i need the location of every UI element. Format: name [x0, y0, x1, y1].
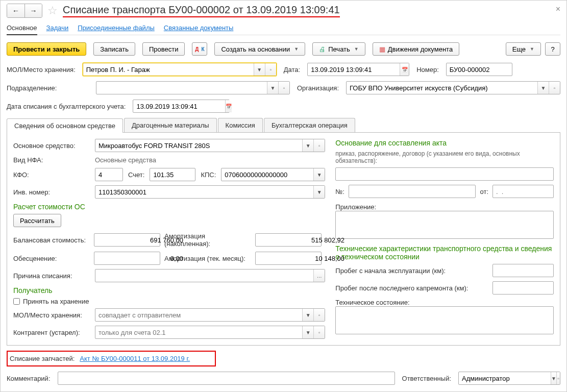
open-icon[interactable]: ▫ — [313, 309, 325, 321]
help-button[interactable]: ? — [545, 42, 560, 56]
mileage-start-input[interactable] — [493, 264, 567, 277]
dropdown-icon[interactable]: ▼ — [267, 82, 278, 94]
nfa-type-value: Основные средства — [95, 156, 325, 164]
balance-label: Балансовая стоимость: — [13, 236, 90, 244]
attach-textarea[interactable] — [335, 211, 554, 239]
dropdown-icon[interactable]: ▼ — [302, 326, 313, 338]
org-label: Организация: — [297, 84, 339, 92]
org-input[interactable] — [347, 82, 537, 94]
calculate-button[interactable]: Рассчитать — [13, 214, 61, 227]
reason-label: Причина списания: — [13, 272, 95, 280]
division-label: Подразделение: — [7, 84, 89, 92]
post-and-close-button[interactable]: Провести и закрыть — [7, 42, 86, 56]
balance-input[interactable] — [94, 234, 186, 246]
tech-state-textarea[interactable] — [335, 306, 554, 334]
depr-accum-input[interactable] — [256, 234, 348, 246]
tech-section-title: Технические характеристики транспортного… — [335, 244, 554, 261]
mol-input[interactable] — [83, 63, 254, 76]
counterparty-label: Контрагент (устарел): — [13, 329, 95, 336]
basis-number-input[interactable] — [349, 185, 476, 198]
dropdown-icon[interactable]: ▼ — [551, 372, 556, 384]
dropdown-icon[interactable]: ▼ — [302, 309, 313, 321]
basis-hint: приказ, распоряжение, договор (с указани… — [335, 150, 554, 164]
date-input[interactable] — [308, 63, 400, 76]
tab-files[interactable]: Присоединенные файлы — [78, 22, 155, 34]
post-button[interactable]: Провести — [142, 42, 185, 56]
fixed-asset-label: Основное средство: — [13, 142, 95, 150]
mileage-repair-label: Пробег после последнего капремонта (км): — [335, 284, 487, 292]
nav-back-button[interactable]: ← — [7, 4, 24, 17]
impair-input[interactable] — [94, 252, 186, 264]
chevron-down-icon: ▼ — [294, 46, 299, 52]
nav-forward-button[interactable]: → — [24, 4, 42, 17]
basis-date-input[interactable] — [493, 185, 567, 198]
window-title: Списание транспорта БУ00-000002 от 13.09… — [63, 4, 340, 17]
calendar-icon[interactable]: 📅 — [400, 63, 409, 76]
mol-storage-label: МОЛ/Место хранения: — [13, 311, 95, 319]
comment-input[interactable] — [58, 372, 395, 384]
table-icon: ▦ — [379, 45, 385, 53]
printer-icon: 🖨 — [319, 45, 326, 53]
writeoff-date-input[interactable] — [133, 100, 225, 112]
responsible-label: Ответственный: — [402, 375, 451, 382]
more-button[interactable]: Еще▼ — [506, 42, 541, 56]
parts-act-link[interactable]: Акт № БУ00-000011 от 13.09.2019 г. — [80, 355, 190, 362]
subtab-precious[interactable]: Драгоценные материалы — [124, 118, 217, 132]
reason-input[interactable] — [95, 270, 313, 282]
debit-credit-button[interactable]: ДК — [192, 42, 207, 56]
chevron-down-icon: ▼ — [530, 46, 534, 52]
from-label: от: — [480, 188, 488, 195]
dropdown-icon[interactable]: ▼ — [254, 63, 265, 76]
counterparty-input[interactable] — [95, 326, 302, 338]
mileage-repair-input[interactable] — [493, 282, 567, 294]
open-icon[interactable]: ▫ — [556, 372, 560, 384]
create-based-button[interactable]: Создать на основании▼ — [214, 42, 305, 56]
inv-input[interactable] — [95, 186, 313, 198]
basis-section-title: Основание для составления акта — [335, 139, 554, 147]
open-icon[interactable]: ▫ — [549, 82, 560, 94]
favorite-star-icon[interactable]: ☆ — [47, 4, 58, 17]
tech-state-label: Техническое состояние: — [335, 299, 554, 306]
subtab-accounting[interactable]: Бухгалтерская операция — [264, 118, 355, 132]
depr-month-input[interactable] — [256, 252, 348, 264]
number-input[interactable] — [447, 63, 538, 76]
tab-main[interactable]: Основное — [7, 22, 37, 35]
calendar-icon[interactable]: 📅 — [225, 100, 232, 112]
division-input[interactable] — [96, 82, 267, 94]
open-icon[interactable]: ▫ — [313, 139, 325, 152]
tab-related[interactable]: Связанные документы — [164, 22, 234, 34]
parts-label: Списание запчастей: — [10, 355, 75, 362]
dropdown-icon[interactable]: ▼ — [302, 139, 313, 152]
tab-tasks[interactable]: Задачи — [46, 22, 69, 34]
cost-section-title: Расчет стоимости ОС — [13, 203, 325, 211]
date-label: Дата: — [284, 66, 300, 74]
mol-storage-input[interactable] — [95, 309, 302, 321]
subtab-commission[interactable]: Комиссия — [218, 118, 263, 132]
responsible-input[interactable] — [459, 372, 551, 384]
kps-input[interactable] — [221, 168, 313, 181]
open-icon[interactable]: ▫ — [265, 63, 276, 76]
recipient-section-title: Получатель — [13, 286, 325, 295]
dropdown-icon[interactable]: ▼ — [313, 186, 325, 198]
basis-input[interactable] — [336, 168, 553, 180]
save-button[interactable]: Записать — [93, 42, 135, 56]
kfo-label: КФО: — [13, 171, 95, 179]
print-button[interactable]: 🖨Печать▼ — [312, 42, 365, 56]
ellipsis-icon[interactable]: … — [313, 270, 325, 282]
inv-label: Инв. номер: — [13, 188, 95, 196]
fixed-asset-input[interactable] — [95, 139, 302, 152]
subtab-asset[interactable]: Сведения об основном средстве — [7, 118, 123, 133]
mol-label: МОЛ/Место хранения: — [7, 66, 76, 74]
keep-checkbox[interactable] — [13, 298, 20, 305]
open-icon[interactable]: ▫ — [313, 326, 325, 338]
number-label: Номер: — [416, 66, 439, 74]
open-icon[interactable]: ▫ — [278, 82, 289, 94]
keep-label: Принять на хранение — [23, 298, 89, 305]
movements-button[interactable]: ▦Движения документа — [373, 42, 459, 56]
dropdown-icon[interactable]: ▼ — [537, 82, 549, 94]
nfa-type-label: Вид НФА: — [13, 156, 95, 164]
num-label: №: — [335, 188, 344, 195]
dropdown-icon[interactable]: ▼ — [313, 168, 325, 181]
parts-writeoff-box: Списание запчастей: Акт № БУ00-000011 от… — [7, 351, 216, 366]
close-icon[interactable]: × — [556, 5, 560, 14]
